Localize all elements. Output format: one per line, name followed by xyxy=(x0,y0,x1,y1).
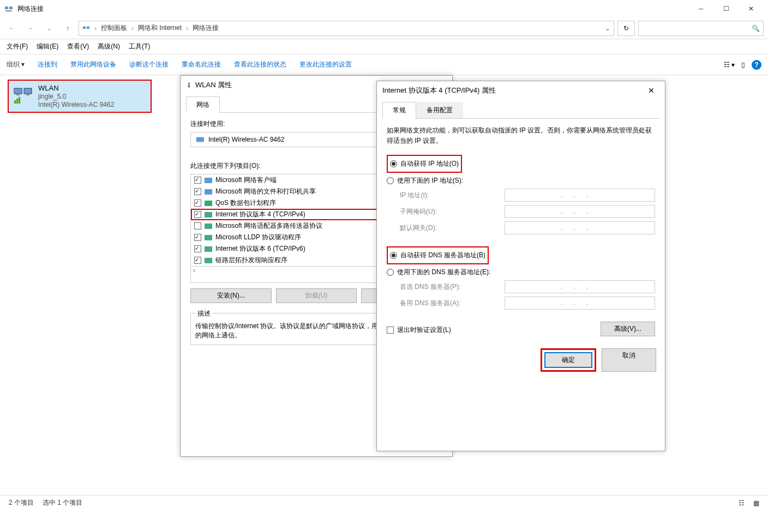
toolbar-connect[interactable]: 连接到 xyxy=(38,60,57,69)
tab-alternate[interactable]: 备用配置 xyxy=(416,102,463,119)
svg-rect-6 xyxy=(24,88,32,94)
ipv4-properties-dialog: Internet 协议版本 4 (TCP/IPv4) 属性 ✕ 常规 备用配置 … xyxy=(376,81,665,451)
search-icon: 🔍 xyxy=(752,25,760,32)
gateway-label: 默认网关(D): xyxy=(400,223,498,233)
recent-dropdown[interactable]: ⌄ xyxy=(41,21,57,36)
network-icon xyxy=(4,4,13,13)
advanced-button[interactable]: 高级(V)... xyxy=(601,322,655,336)
navigation-bar: ← → ⌄ ↑ › 控制面板 › 网络和 Internet › 网络连接 ⌄ ↻… xyxy=(0,17,768,39)
minimize-button[interactable]: ─ xyxy=(688,0,713,17)
mask-input: ... xyxy=(505,205,655,218)
adapter-icon xyxy=(196,136,204,143)
wlan-adapter-icon xyxy=(12,84,34,106)
svg-rect-10 xyxy=(16,99,18,104)
svg-rect-12 xyxy=(196,137,204,142)
svg-rect-20 xyxy=(205,258,212,263)
usb-icon: ⬇ xyxy=(186,81,192,89)
tab-general[interactable]: 常规 xyxy=(382,102,416,119)
menu-view[interactable]: 查看(V) xyxy=(67,42,89,51)
radio-manual-dns[interactable]: 使用下面的 DNS 服务器地址(E): xyxy=(387,268,655,277)
dialog-title: Internet 协议版本 4 (TCP/IPv4) 属性 xyxy=(382,86,496,95)
svg-rect-2 xyxy=(5,10,12,11)
radio-auto-ip[interactable]: 自动获得 IP 地址(O) xyxy=(390,159,459,168)
gateway-input: ... xyxy=(505,221,655,234)
address-bar[interactable]: › 控制面板 › 网络和 Internet › 网络连接 ⌄ xyxy=(79,21,614,36)
svg-rect-11 xyxy=(19,97,20,104)
dialog-title: WLAN 属性 xyxy=(195,80,232,90)
maximize-button[interactable]: ☐ xyxy=(713,0,739,17)
toolbar-status[interactable]: 查看此连接的状态 xyxy=(234,60,286,69)
highlight-auto-dns: 自动获得 DNS 服务器地址(B) xyxy=(387,246,489,264)
close-icon[interactable]: ✕ xyxy=(643,86,659,95)
connection-item-wlan[interactable]: WLAN jingle_5.0 Intel(R) Wireless-AC 946… xyxy=(8,80,152,113)
organize-button[interactable]: 组织 ▾ xyxy=(7,60,25,69)
svg-rect-8 xyxy=(26,94,29,95)
help-icon[interactable]: ? xyxy=(752,60,761,70)
svg-rect-19 xyxy=(205,246,212,252)
forward-button[interactable]: → xyxy=(23,21,38,36)
radio-auto-dns[interactable]: 自动获得 DNS 服务器地址(B) xyxy=(390,251,485,260)
connection-adapter: Intel(R) Wireless-AC 9462 xyxy=(38,101,114,108)
view-details-icon[interactable]: ☷ xyxy=(739,499,745,507)
svg-rect-7 xyxy=(16,94,20,95)
svg-rect-1 xyxy=(9,7,13,9)
status-items: 2 个项目 xyxy=(9,498,34,507)
toolbar-disable[interactable]: 禁用此网络设备 xyxy=(70,60,116,69)
preview-pane-icon[interactable]: ▯ xyxy=(741,61,745,69)
mask-label: 子网掩码(U): xyxy=(400,207,498,216)
status-selected: 选中 1 个项目 xyxy=(43,498,82,507)
toolbar-rename[interactable]: 重命名此连接 xyxy=(182,60,221,69)
svg-rect-0 xyxy=(5,7,8,9)
up-button[interactable]: ↑ xyxy=(60,21,75,36)
intro-text: 如果网络支持此功能，则可以获取自动指派的 IP 设置。否则，你需要从网络系统管理… xyxy=(387,125,655,146)
toolbar: 组织 ▾ 连接到 禁用此网络设备 诊断这个连接 重命名此连接 查看此连接的状态 … xyxy=(0,55,768,75)
connection-name: WLAN xyxy=(38,84,114,92)
dns2-input: ... xyxy=(505,297,655,310)
window-titlebar: 网络连接 ─ ☐ ✕ xyxy=(0,0,768,17)
search-input[interactable]: 🔍 xyxy=(638,21,764,36)
breadcrumb[interactable]: 网络连接 xyxy=(193,23,219,33)
svg-rect-9 xyxy=(14,100,16,104)
svg-rect-18 xyxy=(205,235,212,240)
ok-button[interactable]: 确定 xyxy=(544,352,592,368)
highlight-ok: 确定 xyxy=(541,348,596,372)
view-large-icon[interactable]: ▦ xyxy=(753,499,759,507)
menu-edit[interactable]: 编辑(E) xyxy=(37,42,58,51)
ip-input: ... xyxy=(505,189,655,202)
svg-rect-3 xyxy=(83,26,86,28)
breadcrumb[interactable]: 控制面板 xyxy=(101,23,127,33)
tab-network[interactable]: 网络 xyxy=(186,96,220,113)
cancel-button[interactable]: 取消 xyxy=(602,348,656,372)
menu-bar: 文件(F) 编辑(E) 查看(V) 高级(N) 工具(T) xyxy=(0,39,768,55)
dns2-label: 备用 DNS 服务器(A): xyxy=(400,299,498,308)
highlight-auto-ip: 自动获得 IP 地址(O) xyxy=(387,155,462,173)
svg-rect-4 xyxy=(87,26,89,28)
menu-tools[interactable]: 工具(T) xyxy=(129,42,150,51)
radio-manual-ip[interactable]: 使用下面的 IP 地址(S): xyxy=(387,176,655,185)
chevron-down-icon[interactable]: ⌄ xyxy=(605,25,610,32)
status-bar: 2 个项目 选中 1 个项目 ☷ ▦ xyxy=(0,495,768,510)
connection-ssid: jingle_5.0 xyxy=(38,93,114,100)
network-icon xyxy=(82,25,90,32)
menu-advanced[interactable]: 高级(N) xyxy=(98,42,120,51)
close-button[interactable]: ✕ xyxy=(739,0,764,17)
view-options-icon[interactable]: ☷ ▾ xyxy=(724,61,735,69)
content-area: WLAN jingle_5.0 Intel(R) Wireless-AC 946… xyxy=(0,75,768,495)
svg-rect-5 xyxy=(14,88,22,94)
window-title: 网络连接 xyxy=(17,4,688,14)
breadcrumb[interactable]: 网络和 Internet xyxy=(138,23,182,33)
menu-file[interactable]: 文件(F) xyxy=(7,42,28,51)
toolbar-diagnose[interactable]: 诊断这个连接 xyxy=(129,60,169,69)
svg-rect-13 xyxy=(205,178,212,183)
svg-rect-17 xyxy=(205,223,212,229)
refresh-button[interactable]: ↻ xyxy=(617,21,635,36)
toolbar-settings[interactable]: 更改此连接的设置 xyxy=(299,60,352,69)
validate-checkbox[interactable]: 退出时验证设置(L) xyxy=(387,325,451,335)
svg-rect-15 xyxy=(205,201,212,206)
install-button[interactable]: 安装(N)... xyxy=(190,288,272,303)
ip-label: IP 地址(I): xyxy=(400,191,498,200)
uninstall-button[interactable]: 卸载(U) xyxy=(276,288,357,303)
svg-rect-16 xyxy=(205,212,212,217)
dns1-label: 首选 DNS 服务器(P): xyxy=(400,282,498,292)
back-button[interactable]: ← xyxy=(4,21,20,36)
